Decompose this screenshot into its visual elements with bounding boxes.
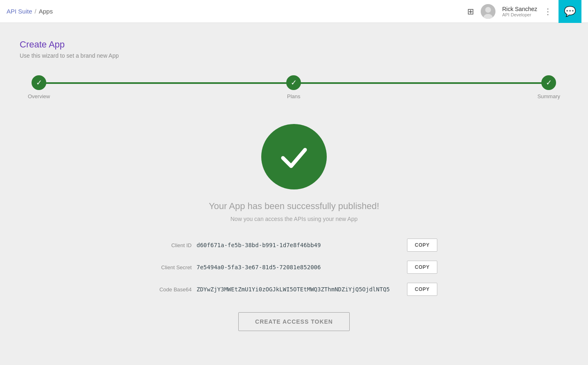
credentials-section: Client ID d60f671a-fe5b-38bd-b991-1d7e8f…: [151, 239, 437, 296]
main-content: Create App Use this wizard to set a bran…: [0, 23, 588, 365]
success-subtitle: Now you can access the APIs using your n…: [231, 216, 358, 222]
success-checkmark-icon: [276, 138, 312, 175]
chat-button[interactable]: 💬: [559, 0, 581, 23]
credential-row-client-secret: Client Secret 7e5494a0-5fa3-3e67-81d5-72…: [151, 261, 437, 274]
step-label-overview: Overview: [28, 93, 50, 99]
svg-point-1: [485, 7, 491, 13]
step-circle-summary: ✓: [541, 75, 556, 90]
create-access-token-button[interactable]: CREATE ACCESS TOKEN: [238, 312, 350, 331]
credential-label-client-id: Client ID: [151, 242, 192, 248]
copy-button-client-id[interactable]: COPY: [407, 239, 437, 252]
chat-icon: 💬: [564, 6, 576, 17]
step-label-summary: Summary: [537, 93, 560, 99]
credential-label-client-secret: Client Secret: [151, 264, 192, 270]
stepper: ✓ Overview ✓ Plans ✓ Summary: [20, 75, 568, 99]
create-token-section: CREATE ACCESS TOKEN: [20, 312, 568, 331]
success-title: Your App has been successfully published…: [209, 201, 379, 212]
breadcrumb-link[interactable]: API Suite: [7, 8, 32, 15]
stepper-step-overview: ✓ Overview: [28, 75, 50, 99]
stepper-step-summary: ✓ Summary: [537, 75, 560, 99]
success-section: Your App has been successfully published…: [20, 124, 568, 222]
credential-value-client-id: d60f671a-fe5b-38bd-b991-1d7e8f46bb49: [197, 242, 402, 248]
credential-row-client-id: Client ID d60f671a-fe5b-38bd-b991-1d7e8f…: [151, 239, 437, 252]
step-label-plans: Plans: [287, 93, 301, 99]
header-right: ⊞ Rick Sanchez API Developer ⋮ 💬: [467, 0, 581, 23]
user-name: Rick Sanchez: [502, 6, 537, 12]
step-circle-overview: ✓: [32, 75, 46, 90]
step-circle-plans: ✓: [286, 75, 301, 90]
success-circle: [261, 124, 327, 189]
credential-value-code-base64: ZDYwZjY3MWEtZmU1Yi0zOGJkLWI5OTEtMWQ3ZThm…: [197, 286, 402, 293]
user-info: Rick Sanchez API Developer: [502, 6, 537, 17]
copy-button-code-base64[interactable]: COPY: [407, 283, 437, 296]
page-title: Create App: [20, 39, 568, 50]
credential-label-code-base64: Code Base64: [151, 286, 192, 293]
avatar-image: [481, 4, 495, 19]
grid-icon[interactable]: ⊞: [467, 7, 474, 16]
more-options-icon[interactable]: ⋮: [544, 7, 552, 16]
stepper-steps: ✓ Overview ✓ Plans ✓ Summary: [28, 75, 560, 99]
credential-value-client-secret: 7e5494a0-5fa3-3e67-81d5-72081e852006: [197, 264, 402, 270]
header: API Suite / Apps ⊞ Rick Sanchez API Deve…: [0, 0, 588, 23]
stepper-step-plans: ✓ Plans: [286, 75, 301, 99]
user-role: API Developer: [502, 12, 537, 17]
copy-button-client-secret[interactable]: COPY: [407, 261, 437, 274]
avatar: [481, 4, 495, 19]
page-subtitle: Use this wizard to set a brand new App: [20, 52, 568, 59]
breadcrumb: API Suite / Apps: [7, 8, 467, 15]
breadcrumb-current: Apps: [39, 8, 53, 15]
breadcrumb-separator: /: [35, 8, 36, 15]
credential-row-code-base64: Code Base64 ZDYwZjY3MWEtZmU1Yi0zOGJkLWI5…: [151, 283, 437, 296]
